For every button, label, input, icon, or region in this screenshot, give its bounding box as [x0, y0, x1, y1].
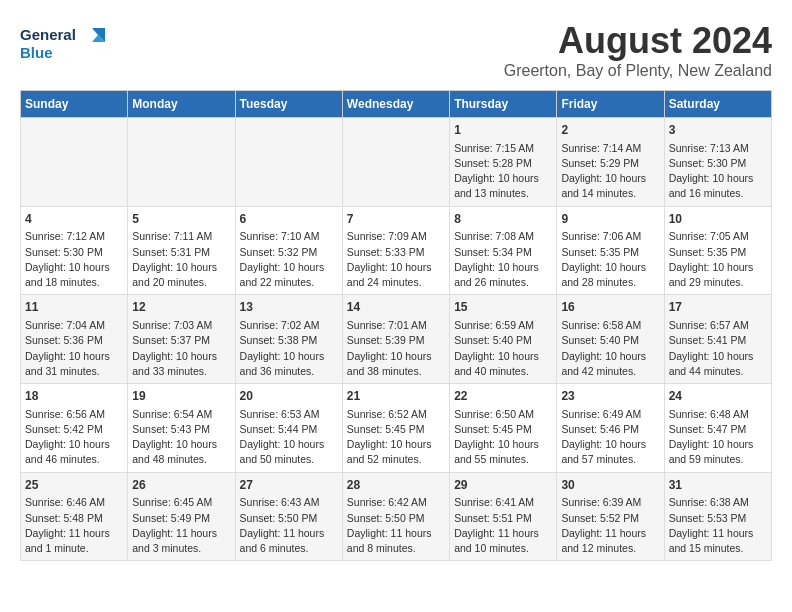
calendar-week-row: 1Sunrise: 7:15 AM Sunset: 5:28 PM Daylig…	[21, 118, 772, 207]
day-content: Sunrise: 7:14 AM Sunset: 5:29 PM Dayligh…	[561, 141, 659, 202]
calendar-cell	[342, 118, 449, 207]
calendar-cell: 23Sunrise: 6:49 AM Sunset: 5:46 PM Dayli…	[557, 384, 664, 473]
calendar-cell: 21Sunrise: 6:52 AM Sunset: 5:45 PM Dayli…	[342, 384, 449, 473]
day-number: 24	[669, 388, 767, 405]
day-content: Sunrise: 6:54 AM Sunset: 5:43 PM Dayligh…	[132, 407, 230, 468]
calendar-cell: 29Sunrise: 6:41 AM Sunset: 5:51 PM Dayli…	[450, 472, 557, 561]
calendar-cell: 6Sunrise: 7:10 AM Sunset: 5:32 PM Daylig…	[235, 206, 342, 295]
day-content: Sunrise: 7:15 AM Sunset: 5:28 PM Dayligh…	[454, 141, 552, 202]
calendar-cell: 12Sunrise: 7:03 AM Sunset: 5:37 PM Dayli…	[128, 295, 235, 384]
calendar-cell: 22Sunrise: 6:50 AM Sunset: 5:45 PM Dayli…	[450, 384, 557, 473]
page-header: General Blue August 2024 Greerton, Bay o…	[20, 20, 772, 80]
day-number: 1	[454, 122, 552, 139]
calendar-header-row: Sunday Monday Tuesday Wednesday Thursday…	[21, 91, 772, 118]
calendar-cell: 28Sunrise: 6:42 AM Sunset: 5:50 PM Dayli…	[342, 472, 449, 561]
day-content: Sunrise: 6:49 AM Sunset: 5:46 PM Dayligh…	[561, 407, 659, 468]
calendar-cell: 5Sunrise: 7:11 AM Sunset: 5:31 PM Daylig…	[128, 206, 235, 295]
day-content: Sunrise: 6:52 AM Sunset: 5:45 PM Dayligh…	[347, 407, 445, 468]
day-number: 15	[454, 299, 552, 316]
calendar-cell: 17Sunrise: 6:57 AM Sunset: 5:41 PM Dayli…	[664, 295, 771, 384]
day-number: 16	[561, 299, 659, 316]
day-number: 17	[669, 299, 767, 316]
header-thursday: Thursday	[450, 91, 557, 118]
calendar-cell: 14Sunrise: 7:01 AM Sunset: 5:39 PM Dayli…	[342, 295, 449, 384]
day-content: Sunrise: 6:46 AM Sunset: 5:48 PM Dayligh…	[25, 495, 123, 556]
day-number: 31	[669, 477, 767, 494]
calendar-cell: 18Sunrise: 6:56 AM Sunset: 5:42 PM Dayli…	[21, 384, 128, 473]
day-number: 7	[347, 211, 445, 228]
calendar-cell: 7Sunrise: 7:09 AM Sunset: 5:33 PM Daylig…	[342, 206, 449, 295]
day-content: Sunrise: 6:58 AM Sunset: 5:40 PM Dayligh…	[561, 318, 659, 379]
calendar-cell: 3Sunrise: 7:13 AM Sunset: 5:30 PM Daylig…	[664, 118, 771, 207]
calendar-cell: 19Sunrise: 6:54 AM Sunset: 5:43 PM Dayli…	[128, 384, 235, 473]
day-content: Sunrise: 6:56 AM Sunset: 5:42 PM Dayligh…	[25, 407, 123, 468]
day-content: Sunrise: 6:43 AM Sunset: 5:50 PM Dayligh…	[240, 495, 338, 556]
day-number: 12	[132, 299, 230, 316]
logo: General Blue	[20, 20, 110, 65]
day-number: 20	[240, 388, 338, 405]
calendar-cell	[21, 118, 128, 207]
calendar-week-row: 4Sunrise: 7:12 AM Sunset: 5:30 PM Daylig…	[21, 206, 772, 295]
day-number: 25	[25, 477, 123, 494]
day-content: Sunrise: 7:03 AM Sunset: 5:37 PM Dayligh…	[132, 318, 230, 379]
day-number: 4	[25, 211, 123, 228]
day-number: 10	[669, 211, 767, 228]
calendar-week-row: 11Sunrise: 7:04 AM Sunset: 5:36 PM Dayli…	[21, 295, 772, 384]
svg-text:General: General	[20, 26, 76, 43]
day-content: Sunrise: 7:13 AM Sunset: 5:30 PM Dayligh…	[669, 141, 767, 202]
day-number: 11	[25, 299, 123, 316]
day-number: 14	[347, 299, 445, 316]
header-sunday: Sunday	[21, 91, 128, 118]
calendar-cell: 10Sunrise: 7:05 AM Sunset: 5:35 PM Dayli…	[664, 206, 771, 295]
day-content: Sunrise: 7:08 AM Sunset: 5:34 PM Dayligh…	[454, 229, 552, 290]
day-content: Sunrise: 7:11 AM Sunset: 5:31 PM Dayligh…	[132, 229, 230, 290]
calendar-cell: 20Sunrise: 6:53 AM Sunset: 5:44 PM Dayli…	[235, 384, 342, 473]
calendar-cell: 15Sunrise: 6:59 AM Sunset: 5:40 PM Dayli…	[450, 295, 557, 384]
calendar-week-row: 18Sunrise: 6:56 AM Sunset: 5:42 PM Dayli…	[21, 384, 772, 473]
calendar-cell: 31Sunrise: 6:38 AM Sunset: 5:53 PM Dayli…	[664, 472, 771, 561]
calendar-cell	[235, 118, 342, 207]
calendar-cell: 2Sunrise: 7:14 AM Sunset: 5:29 PM Daylig…	[557, 118, 664, 207]
day-number: 9	[561, 211, 659, 228]
header-saturday: Saturday	[664, 91, 771, 118]
day-number: 29	[454, 477, 552, 494]
day-content: Sunrise: 6:57 AM Sunset: 5:41 PM Dayligh…	[669, 318, 767, 379]
calendar-cell: 8Sunrise: 7:08 AM Sunset: 5:34 PM Daylig…	[450, 206, 557, 295]
calendar-cell: 27Sunrise: 6:43 AM Sunset: 5:50 PM Dayli…	[235, 472, 342, 561]
day-content: Sunrise: 7:12 AM Sunset: 5:30 PM Dayligh…	[25, 229, 123, 290]
day-content: Sunrise: 7:05 AM Sunset: 5:35 PM Dayligh…	[669, 229, 767, 290]
calendar-cell: 24Sunrise: 6:48 AM Sunset: 5:47 PM Dayli…	[664, 384, 771, 473]
day-number: 27	[240, 477, 338, 494]
day-content: Sunrise: 6:39 AM Sunset: 5:52 PM Dayligh…	[561, 495, 659, 556]
calendar-cell: 13Sunrise: 7:02 AM Sunset: 5:38 PM Dayli…	[235, 295, 342, 384]
day-content: Sunrise: 6:38 AM Sunset: 5:53 PM Dayligh…	[669, 495, 767, 556]
calendar-cell: 11Sunrise: 7:04 AM Sunset: 5:36 PM Dayli…	[21, 295, 128, 384]
calendar-cell: 25Sunrise: 6:46 AM Sunset: 5:48 PM Dayli…	[21, 472, 128, 561]
header-wednesday: Wednesday	[342, 91, 449, 118]
day-content: Sunrise: 7:09 AM Sunset: 5:33 PM Dayligh…	[347, 229, 445, 290]
day-number: 30	[561, 477, 659, 494]
day-content: Sunrise: 6:59 AM Sunset: 5:40 PM Dayligh…	[454, 318, 552, 379]
day-number: 5	[132, 211, 230, 228]
calendar-cell: 30Sunrise: 6:39 AM Sunset: 5:52 PM Dayli…	[557, 472, 664, 561]
day-content: Sunrise: 7:02 AM Sunset: 5:38 PM Dayligh…	[240, 318, 338, 379]
day-number: 21	[347, 388, 445, 405]
subtitle: Greerton, Bay of Plenty, New Zealand	[504, 62, 772, 80]
title-block: August 2024 Greerton, Bay of Plenty, New…	[504, 20, 772, 80]
day-content: Sunrise: 6:50 AM Sunset: 5:45 PM Dayligh…	[454, 407, 552, 468]
day-content: Sunrise: 6:53 AM Sunset: 5:44 PM Dayligh…	[240, 407, 338, 468]
calendar-cell: 9Sunrise: 7:06 AM Sunset: 5:35 PM Daylig…	[557, 206, 664, 295]
calendar-week-row: 25Sunrise: 6:46 AM Sunset: 5:48 PM Dayli…	[21, 472, 772, 561]
calendar-cell: 26Sunrise: 6:45 AM Sunset: 5:49 PM Dayli…	[128, 472, 235, 561]
day-content: Sunrise: 6:41 AM Sunset: 5:51 PM Dayligh…	[454, 495, 552, 556]
day-number: 22	[454, 388, 552, 405]
day-number: 23	[561, 388, 659, 405]
day-content: Sunrise: 7:06 AM Sunset: 5:35 PM Dayligh…	[561, 229, 659, 290]
day-content: Sunrise: 6:48 AM Sunset: 5:47 PM Dayligh…	[669, 407, 767, 468]
day-number: 28	[347, 477, 445, 494]
svg-text:Blue: Blue	[20, 44, 53, 61]
day-number: 6	[240, 211, 338, 228]
day-number: 26	[132, 477, 230, 494]
header-tuesday: Tuesday	[235, 91, 342, 118]
day-number: 19	[132, 388, 230, 405]
